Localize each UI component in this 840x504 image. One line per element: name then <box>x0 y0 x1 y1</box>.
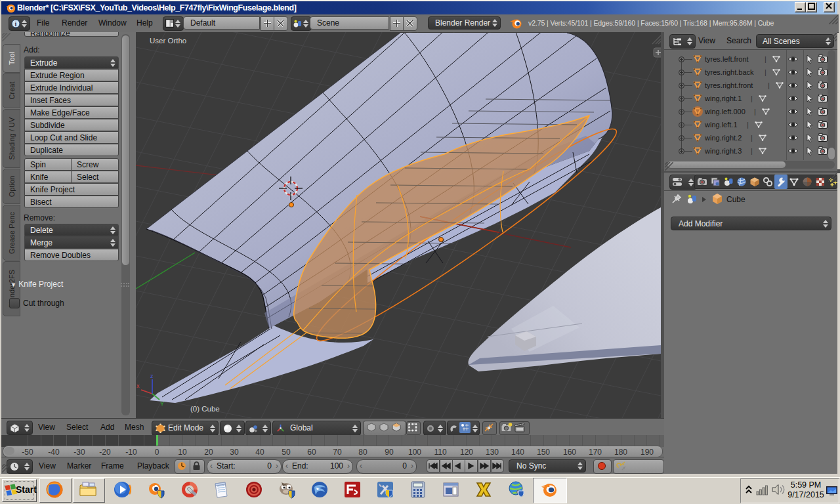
svg-text:z: z <box>150 373 154 379</box>
svg-text:Y: Y <box>160 400 164 407</box>
svg-text:x: x <box>136 383 140 389</box>
svg-text:i: i <box>15 20 17 28</box>
svg-text:User Ortho: User Ortho <box>150 37 186 45</box>
svg-text:(0) Cube: (0) Cube <box>190 405 220 413</box>
